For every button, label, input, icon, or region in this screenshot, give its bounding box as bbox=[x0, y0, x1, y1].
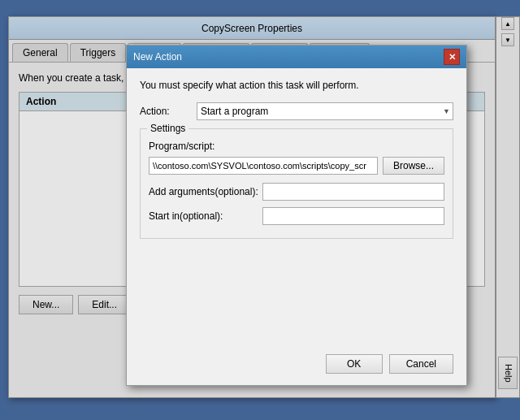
modal-body: You must specify what action this task w… bbox=[127, 68, 466, 258]
action-select-wrapper: Start a program Send an e-mail Display a… bbox=[197, 102, 453, 120]
settings-group: Settings Program/script: Browse... Add a… bbox=[140, 128, 453, 239]
add-arguments-row: Add arguments(optional): bbox=[149, 183, 444, 201]
add-arguments-input[interactable] bbox=[262, 183, 444, 201]
action-select[interactable]: Start a program Send an e-mail Display a… bbox=[197, 102, 453, 120]
ok-button[interactable]: OK bbox=[326, 354, 383, 374]
add-arguments-label: Add arguments(optional): bbox=[149, 186, 262, 197]
modal-footer: OK Cancel bbox=[326, 354, 453, 374]
modal-title: New Action bbox=[133, 51, 182, 63]
start-in-label: Start in(optional): bbox=[149, 210, 262, 222]
modal-instruction: You must specify what action this task w… bbox=[140, 80, 453, 91]
settings-content: Program/script: Browse... Add arguments(… bbox=[149, 141, 444, 225]
cancel-button[interactable]: Cancel bbox=[389, 354, 453, 374]
program-script-label: Program/script: bbox=[149, 141, 444, 152]
start-in-input[interactable] bbox=[262, 207, 444, 225]
program-script-input[interactable] bbox=[149, 157, 378, 175]
modal-title-bar: New Action ✕ bbox=[127, 45, 466, 68]
new-action-dialog: New Action ✕ You must specify what actio… bbox=[126, 45, 467, 386]
action-row: Action: Start a program Send an e-mail D… bbox=[140, 102, 453, 120]
program-row: Browse... bbox=[149, 157, 444, 175]
action-label: Action: bbox=[140, 106, 197, 117]
modal-close-button[interactable]: ✕ bbox=[444, 49, 460, 65]
settings-legend: Settings bbox=[147, 123, 188, 134]
start-in-row: Start in(optional): bbox=[149, 207, 444, 225]
browse-button[interactable]: Browse... bbox=[383, 157, 444, 175]
